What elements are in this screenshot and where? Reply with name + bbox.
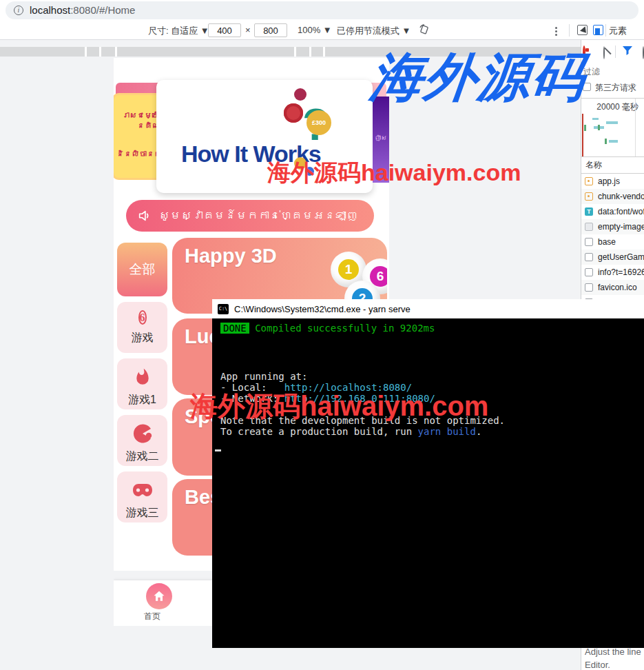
request-row[interactable]: Tdata:font/woff2 xyxy=(581,204,644,219)
request-row[interactable]: empty-image-d xyxy=(581,219,644,234)
home-button[interactable] xyxy=(146,583,172,609)
cmd-window[interactable]: C:\ C:\Windows\System32\cmd.exe - yarn s… xyxy=(212,299,644,648)
document-file-icon xyxy=(585,283,593,292)
request-row[interactable]: app.js xyxy=(581,174,644,189)
timeline-marker xyxy=(582,114,583,156)
home-icon xyxy=(152,589,166,603)
network-name-header[interactable]: 名称 xyxy=(581,157,644,174)
device-toolbar: 尺寸: 自适应 ▼ × 100% ▼ 已停用节流模式 ▼ xyxy=(0,21,644,40)
terminal-cursor xyxy=(215,449,221,451)
six-circle-icon: 6 xyxy=(138,310,147,325)
watermark-blue: 海外源码 xyxy=(367,43,590,114)
cmd-icon: C:\ xyxy=(218,304,229,314)
url-host: localhost xyxy=(30,4,70,16)
request-row[interactable]: favicon.ico xyxy=(581,280,644,295)
bingo-ball-gold: £300 xyxy=(307,110,331,135)
tab-all[interactable]: 全部 xyxy=(117,243,167,296)
filter-icon[interactable] xyxy=(622,45,633,57)
timeline-scale-label: 20000 毫秒 xyxy=(596,101,638,113)
rotate-device-icon[interactable] xyxy=(419,24,430,35)
done-badge: DONE xyxy=(220,323,249,334)
watermark-red-top: 海外源码haiwaiym.com xyxy=(267,157,521,189)
browser-top-bar: i localhost:8080/#/Home xyxy=(0,0,644,21)
page-info-icon[interactable]: i xyxy=(14,6,23,15)
request-row[interactable]: info?t=1692680 xyxy=(581,265,644,280)
gamepad-icon xyxy=(117,480,167,500)
clear-network-icon[interactable] xyxy=(603,46,605,59)
size-dropdown[interactable]: 尺寸: 自适应 ▼ xyxy=(148,25,209,37)
tab-game1[interactable]: 游戏1 xyxy=(117,358,167,409)
throttling-dropdown[interactable]: 已停用节流模式 ▼ xyxy=(337,25,411,37)
toolbar-divider xyxy=(605,24,606,37)
viewport-height-input[interactable] xyxy=(254,23,287,37)
document-file-icon xyxy=(585,253,593,261)
document-file-icon xyxy=(585,238,593,246)
home-label: 首页 xyxy=(144,611,160,622)
font-file-icon: T xyxy=(585,207,593,216)
panel-divider xyxy=(615,45,616,58)
pacman-icon xyxy=(117,423,167,444)
terminal-output: DONE Compiled successfully in 9202ms App… xyxy=(212,318,644,648)
cmd-window-title: C:\Windows\System32\cmd.exe - yarn serve xyxy=(234,304,411,314)
dimension-times: × xyxy=(245,25,251,35)
flame-icon xyxy=(117,367,167,387)
tab-game3[interactable]: 游戏三 xyxy=(117,471,167,522)
network-filter-input[interactable] xyxy=(583,67,638,77)
tab-game2[interactable]: 游戏二 xyxy=(117,415,167,466)
script-file-icon xyxy=(585,177,593,185)
watermark-red-middle: 海外源码haiwaiym.com xyxy=(190,387,488,425)
bingo-ball-red xyxy=(284,103,303,123)
announcement-marquee[interactable]: សូមស្វាគមន៍មកកាន់ហ្គេមអនឡាញ xyxy=(126,200,374,232)
script-file-icon xyxy=(585,192,593,201)
marquee-text: សូមស្វាគមន៍មកកាន់ហ្គេមអនឡាញ xyxy=(159,210,357,222)
cmd-title-bar[interactable]: C:\ C:\Windows\System32\cmd.exe - yarn s… xyxy=(212,299,644,318)
toolbar-divider xyxy=(569,24,570,37)
tab-elements[interactable]: 元素 xyxy=(609,25,627,37)
bingo-ball-small xyxy=(294,88,307,101)
toggle-device-icon[interactable] xyxy=(593,25,603,35)
drawer-text-line2: Editor. xyxy=(585,658,644,670)
inspect-element-icon[interactable] xyxy=(577,25,588,35)
viewport-width-input[interactable] xyxy=(208,23,241,37)
tab-game[interactable]: 6 游戏 xyxy=(117,302,167,353)
network-timeline[interactable]: 20000 毫秒 xyxy=(581,98,644,157)
third-party-label: 第三方请求 xyxy=(595,82,636,94)
address-bar[interactable]: i localhost:8080/#/Home xyxy=(6,1,638,19)
image-file-icon xyxy=(585,223,593,231)
zoom-dropdown[interactable]: 100% ▼ xyxy=(298,25,332,35)
request-row[interactable]: chunk-vendors.js xyxy=(581,189,644,204)
more-options-icon[interactable] xyxy=(555,26,557,37)
url-path: :8080/#/Home xyxy=(70,4,135,16)
request-row[interactable]: getUserGameLi xyxy=(581,250,644,265)
speaker-icon xyxy=(137,208,152,223)
document-file-icon xyxy=(585,268,593,276)
request-row[interactable]: base xyxy=(581,234,644,250)
